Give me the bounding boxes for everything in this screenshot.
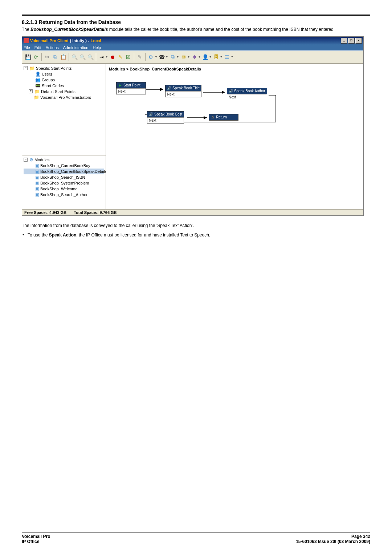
module-item[interactable]: ▣ BookShop_Welcome — [24, 186, 104, 192]
module-label: BookShop_Welcome — [40, 187, 78, 191]
module-label: BookShop_Search_Author — [40, 193, 87, 197]
condition-icon[interactable]: ❖ — [191, 53, 198, 61]
bullet-pre: To use the — [28, 232, 49, 238]
sync-icon[interactable]: ⟳ — [32, 53, 40, 61]
intro-post: module tells the caller the book title, … — [108, 27, 335, 32]
app-icon — [24, 38, 29, 43]
minimize-button[interactable]: _ — [341, 38, 347, 44]
title-prefix: Voicemail Pro Client — [30, 39, 69, 43]
flow-icon[interactable]: ⧉ — [169, 53, 176, 61]
module-item[interactable]: ▣ BookShop_Search_ISBN — [24, 174, 104, 180]
folder-icon: 📁 — [34, 95, 39, 100]
tree-label: Users — [42, 72, 52, 76]
node-title: Speak Book Cost — [154, 112, 182, 116]
return-icon: ⚠ — [211, 115, 215, 119]
menu-file[interactable]: File — [24, 45, 30, 50]
toolbar-sep — [134, 53, 134, 61]
phone-icon[interactable]: ☎ — [158, 53, 166, 61]
gear-icon[interactable]: ⚙ — [147, 53, 155, 61]
tree-item-default[interactable]: + 📁 Default Start Points — [24, 89, 104, 94]
menubar: File Edit Actions Administration Help — [22, 45, 363, 50]
flow-node-speak-cost[interactable]: 🔊Speak Book Cost Next — [147, 111, 184, 123]
tree-item-users[interactable]: 👤 Users — [24, 71, 104, 77]
tree-root[interactable]: − 📁 Specific Start Points — [24, 65, 104, 71]
connector-icon[interactable]: ⇥ — [98, 53, 105, 61]
zoom-out-icon[interactable]: 🔍 — [87, 53, 94, 61]
pencil-icon[interactable]: ✎ — [136, 53, 143, 61]
cut-icon[interactable]: ✂ — [44, 53, 51, 61]
checklist-icon[interactable]: ☑ — [125, 53, 132, 61]
maximize-button[interactable]: □ — [348, 38, 355, 44]
flow-node-speak-title[interactable]: 🔊Speak Book Title Next — [165, 85, 201, 97]
zoom-in-icon[interactable]: 🔍 — [71, 53, 78, 61]
module-icon: ▣ — [35, 163, 39, 168]
title-suffix: Local — [91, 39, 101, 43]
modules-icon: ⚙ — [29, 157, 33, 162]
tree-item-shortcodes[interactable]: 📟 Short Codes — [24, 83, 104, 89]
dropdown-icon[interactable]: ▼ — [105, 55, 108, 58]
dropdown-icon[interactable]: ▼ — [166, 55, 168, 58]
dropdown-icon[interactable]: ▼ — [155, 55, 158, 58]
dropdown-icon[interactable]: ▼ — [220, 55, 222, 58]
modules-root[interactable]: − ⚙ Modules — [24, 157, 104, 163]
bullet-bold: Speak Action — [49, 232, 77, 238]
title-mid: ( Intuity ) - — [70, 39, 89, 43]
close-button[interactable]: × — [355, 38, 362, 44]
dropdown-icon[interactable]: ▼ — [198, 55, 201, 58]
breadcrumb: Modules > BookShop_CurrentBookSpeakDetai… — [109, 67, 360, 71]
users-icon: 👤 — [35, 72, 41, 77]
dropdown-icon[interactable]: ▼ — [230, 55, 233, 58]
expand-icon[interactable]: + — [29, 89, 33, 93]
tree-item-groups[interactable]: 👥 Groups — [24, 77, 104, 83]
mailbox-icon[interactable]: ✉ — [180, 53, 187, 61]
save-icon[interactable]: 💾 — [24, 53, 32, 61]
modules-root-label: Modules — [34, 158, 50, 162]
menu-administration[interactable]: Administration — [63, 45, 89, 50]
flow-node-return[interactable]: ⚠Return — [209, 114, 238, 121]
folder-icon: 📁 — [29, 66, 35, 71]
module-icon: ▣ — [35, 169, 39, 174]
client-area: − 📁 Specific Start Points 👤 Users 👥 Grou… — [22, 64, 363, 209]
app-window: Voicemail Pro Client ( Intuity ) - Local… — [22, 36, 364, 216]
module-item[interactable]: ▣ BookShop_SystemProblem — [24, 180, 104, 186]
menu-edit[interactable]: Edit — [34, 45, 41, 50]
collapse-icon[interactable]: − — [24, 158, 28, 162]
status-total: Total Space:- 9.766 GB — [74, 210, 117, 215]
db-icon[interactable]: 🗄 — [212, 53, 220, 61]
flow-node-start[interactable]: ▶Start Point Next — [116, 82, 146, 94]
person-icon[interactable]: 👤 — [202, 53, 209, 61]
module-label: BookShop_Search_ISBN — [40, 175, 85, 179]
node-sub: Next — [147, 117, 184, 123]
toolbar-sep — [69, 53, 69, 61]
canvas-inner: ▶Start Point Next 🔊Speak Book Title Next… — [109, 75, 360, 147]
window-controls: _ □ × — [341, 38, 362, 44]
dropdown-icon[interactable]: ▼ — [176, 55, 179, 58]
intro-module-name: Bookshop_CurrentBookSpeakDetails — [30, 27, 108, 32]
module-item[interactable]: ▣ BookShop_Search_Author — [24, 192, 104, 198]
menu-help[interactable]: Help — [93, 45, 101, 50]
flow-canvas[interactable]: Modules > BookShop_CurrentBookSpeakDetai… — [106, 64, 363, 209]
flow-node-speak-author[interactable]: 🔊Speak Book Author Next — [227, 88, 267, 100]
edit-icon[interactable]: ✎ — [117, 53, 124, 61]
module-item[interactable]: ▣ BookShop_CurrentBookBuy — [24, 163, 104, 169]
copy-icon[interactable]: ⧉ — [52, 53, 59, 61]
queue-icon[interactable]: ☰ — [223, 53, 230, 61]
node-title: Speak Book Author — [234, 89, 265, 93]
top-rule — [22, 15, 370, 16]
tree-item-admins[interactable]: 📁 Voicemail Pro Administrators — [24, 94, 104, 100]
record-icon[interactable]: ⏺ — [109, 53, 116, 61]
module-label: BookShop_CurrentBookSpeakDetails — [40, 169, 106, 174]
module-icon: ▣ — [35, 175, 39, 180]
paste-icon[interactable]: 📋 — [60, 53, 67, 61]
zoom-actual-icon[interactable]: 🔍 — [79, 53, 86, 61]
dropdown-icon[interactable]: ▼ — [187, 55, 190, 58]
play-icon: ▶ — [118, 83, 122, 88]
shortcodes-icon: 📟 — [35, 83, 41, 88]
node-title: Start Point — [123, 83, 140, 87]
collapse-icon[interactable]: − — [24, 66, 28, 70]
menu-actions[interactable]: Actions — [46, 45, 59, 50]
module-item-selected[interactable]: ▣ BookShop_CurrentBookSpeakDetails — [24, 169, 104, 174]
left-panel: − 📁 Specific Start Points 👤 Users 👥 Grou… — [22, 64, 106, 209]
dropdown-icon[interactable]: ▼ — [209, 55, 212, 58]
speak-icon: 🔊 — [149, 112, 153, 117]
